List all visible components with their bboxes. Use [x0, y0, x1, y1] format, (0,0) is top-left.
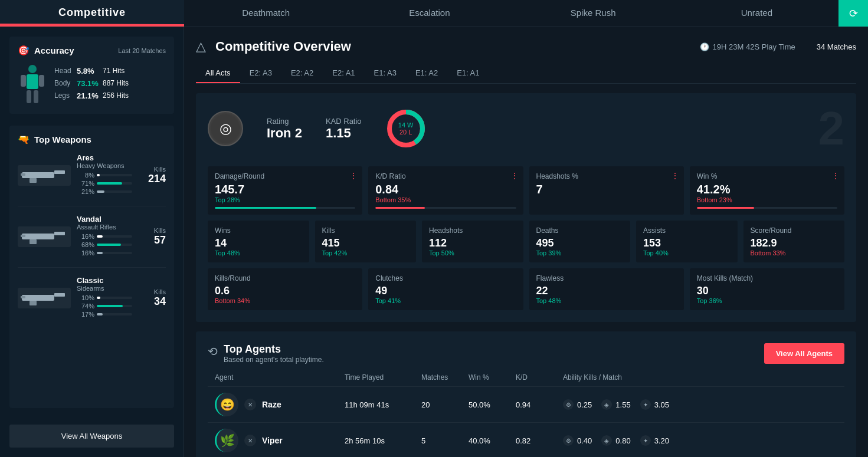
agents-table-header: Agent Time Played Matches Win % K/D Abil…	[208, 373, 844, 387]
kad-label: KAD Ratio	[326, 117, 362, 126]
overview-matches: 34 Matches	[817, 42, 856, 51]
act-tab[interactable]: E2: A2	[281, 64, 323, 83]
agent-time-played: 2h 56m 10s	[345, 436, 421, 445]
nav-competitive-label: Competitive	[58, 6, 126, 19]
stat-value: 0.84	[375, 183, 516, 196]
weapon-info: Classic Sidearms 10% 74% 17%	[77, 276, 136, 320]
stat-bar	[697, 207, 837, 209]
body-hits: 887 Hits	[103, 79, 129, 87]
stat-title: Score/Round	[751, 226, 838, 235]
weapon-kills: Kills 57	[136, 227, 166, 246]
act-tab[interactable]: E2: A3	[240, 64, 281, 83]
stat-sub: Bottom 35%	[375, 196, 516, 203]
head-hits: 71 Hits	[103, 67, 125, 75]
stat-box-med: Assists 153 Top 40%	[636, 221, 738, 262]
stat-title: Deaths	[536, 226, 624, 235]
svg-rect-2	[21, 75, 26, 87]
nav-competitive[interactable]: Competitive	[0, 0, 184, 27]
weapons-title: Top Weapons	[34, 134, 91, 144]
weapon-item: Vandal Assault Rifles 16% 68% 16% Kills …	[18, 215, 166, 268]
stat-more-button[interactable]: ⋮	[510, 171, 519, 180]
stat-more-button[interactable]: ⋮	[671, 171, 679, 180]
agents-subtitle: Based on agent's total playtime.	[224, 356, 324, 364]
weapon-bar-body-row: 71%	[77, 180, 136, 187]
agent-matches: 5	[421, 436, 469, 445]
nav-unrated[interactable]: Unrated	[675, 0, 838, 27]
svg-rect-12	[30, 239, 37, 244]
stat-value: 7	[536, 183, 677, 196]
ability-val-3: 3.05	[654, 400, 669, 409]
stat-sub: Top 42%	[322, 249, 410, 257]
stat-sub: Top 41%	[375, 297, 516, 304]
weapon-name: Vandal	[77, 215, 136, 223]
stat-value: 14	[215, 237, 302, 249]
weapon-bar-body-bg	[97, 244, 132, 246]
overview-header: △ Competitive Overview 🕐 19H 23M 42S Pla…	[196, 39, 856, 54]
ability-item-3: ✦ 3.20	[640, 435, 669, 446]
svg-rect-4	[27, 90, 31, 103]
nav-spikerush[interactable]: Spike Rush	[512, 0, 675, 27]
agents-title: Top Agents	[224, 343, 324, 356]
nav-active-underline	[0, 24, 184, 25]
ability-item-1: ⚙ 0.40	[563, 435, 592, 446]
agent-row: 😄 ✕ Raze 11h 09m 41s 20 50.0% 0.94 ⚙ 0.2…	[208, 387, 844, 423]
weapon-head-pct: 10%	[77, 294, 94, 301]
wl-labels: 14 W 20 L	[385, 108, 427, 149]
stat-title: Clutches	[375, 274, 516, 282]
act-tab[interactable]: All Acts	[196, 64, 240, 83]
nav-deathmatch[interactable]: Deathmatch	[184, 0, 348, 27]
agents-rows: 😄 ✕ Raze 11h 09m 41s 20 50.0% 0.94 ⚙ 0.2…	[208, 387, 844, 457]
stat-box-small: Most Kills (Match) 30 Top 36%	[690, 268, 844, 310]
svg-rect-5	[34, 90, 38, 103]
top-nav: Competitive Deathmatch Escalation Spike …	[0, 0, 868, 27]
agents-icon: ⟲	[208, 344, 218, 359]
stat-value: 0.6	[215, 285, 355, 297]
nav-escalation[interactable]: Escalation	[348, 0, 511, 27]
svg-rect-14	[22, 295, 54, 301]
clock-icon: 🕐	[700, 42, 709, 51]
weapon-name: Ares	[77, 153, 136, 162]
weapon-bar-body-row: 74%	[77, 303, 136, 310]
weapon-kills: Kills 34	[136, 288, 166, 308]
weapon-bar-head-row: 10%	[77, 294, 136, 301]
ability-val-1: 0.25	[577, 400, 592, 409]
stat-title: Win %	[697, 172, 837, 180]
stat-box-med: Headshots 112 Top 50%	[422, 221, 523, 262]
act-tab[interactable]: E1: A3	[365, 64, 406, 83]
stat-sub: Bottom 23%	[697, 196, 837, 203]
stat-title: Headshots	[429, 226, 516, 235]
weapon-legs-pct: 21%	[77, 188, 94, 195]
agent-identity: 😄 ✕ Raze	[215, 393, 345, 416]
view-all-weapons-button[interactable]: View All Weapons	[9, 425, 174, 448]
weapon-bar-legs-bg	[97, 252, 132, 254]
agents-title-block: Top Agents Based on agent's total playti…	[224, 343, 324, 364]
body-label: Body	[54, 79, 77, 87]
weapon-image	[18, 226, 71, 247]
act-tab[interactable]: E2: A1	[323, 64, 364, 83]
weapon-legs-pct: 16%	[77, 249, 94, 257]
legs-label: Legs	[54, 91, 77, 100]
weapon-bar-head-bg	[97, 174, 132, 176]
svg-point-0	[28, 65, 37, 73]
rating-row: ◎ Rating Iron 2 KAD Ratio 1.15	[208, 105, 844, 152]
stat-value: 41.2%	[697, 183, 837, 196]
accuracy-stats: Head 5.8% 71 Hits Body 73.1% 887 Hits	[54, 67, 166, 104]
act-tab[interactable]: E1: A1	[447, 64, 489, 83]
svg-rect-11	[54, 232, 65, 235]
accuracy-body: Head 5.8% 71 Hits Body 73.1% 887 Hits	[18, 64, 166, 106]
stats-card: ◎ Rating Iron 2 KAD Ratio 1.15	[196, 93, 856, 322]
stat-title: Assists	[643, 226, 731, 235]
user-button[interactable]: ⟳	[838, 0, 868, 27]
svg-rect-8	[30, 178, 37, 183]
kills-count: 34	[136, 295, 166, 308]
accuracy-body-row: Body 73.1% 887 Hits	[54, 79, 166, 88]
stat-more-button[interactable]: ⋮	[831, 171, 840, 180]
accuracy-section: 🎯 Accuracy Last 20 Matches	[9, 37, 174, 114]
stat-more-button[interactable]: ⋮	[349, 171, 358, 180]
stat-sub: Top 48%	[215, 249, 302, 257]
act-tab[interactable]: E1: A2	[406, 64, 447, 83]
view-all-agents-button[interactable]: View All Agents	[764, 343, 844, 364]
stat-sub: Top 48%	[536, 297, 677, 304]
stat-sub: Top 50%	[429, 249, 516, 257]
agent-time-played: 11h 09m 41s	[345, 400, 421, 409]
